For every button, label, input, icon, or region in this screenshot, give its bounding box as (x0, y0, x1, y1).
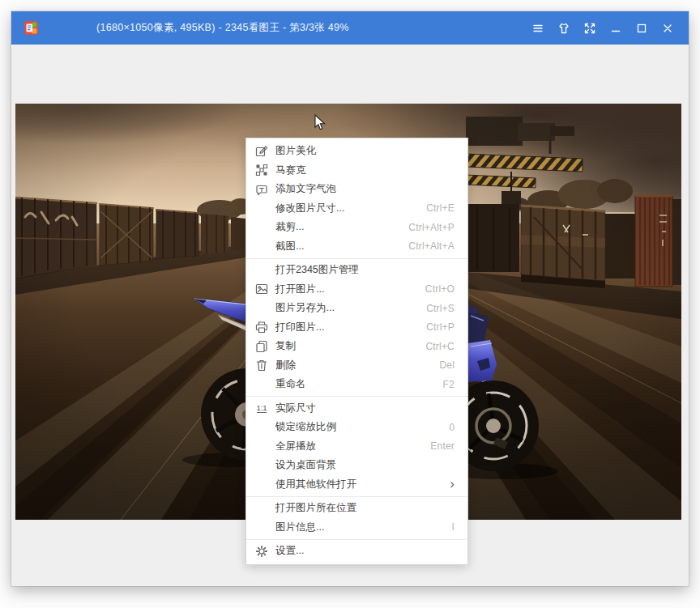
menu-item[interactable]: 图片另存为...Ctrl+S (246, 299, 467, 318)
menu-item-shortcut: Ctrl+Alt+A (408, 240, 455, 252)
menu-item-shortcut: F2 (443, 379, 455, 390)
menu-item-label: 打开图片... (275, 283, 324, 296)
menu-item-shortcut: I (451, 521, 455, 533)
menu-item-label: 设为桌面背景 (275, 458, 336, 472)
menu-item-label: 图片另存为... (275, 301, 335, 315)
menu-item[interactable]: 重命名F2 (246, 375, 467, 394)
skin-icon (557, 22, 570, 35)
menu-item[interactable]: 设置... (246, 542, 467, 561)
close-button[interactable] (655, 16, 681, 40)
context-menu: 图片美化马赛克添加文字气泡修改图片尺寸...Ctrl+E裁剪...Ctrl+Al… (245, 138, 468, 565)
menu-item[interactable]: 添加文字气泡 (246, 180, 467, 199)
menu-item-label: 全屏播放 (275, 440, 316, 453)
open-image-icon (254, 282, 269, 296)
menu-item-label: 使用其他软件打开 (275, 478, 356, 491)
menu-item[interactable]: 图片信息...I (246, 518, 467, 538)
beautify-icon (254, 144, 269, 159)
actual-size-icon: 1:1 (254, 401, 269, 415)
fullscreen-icon (583, 22, 596, 35)
text-bubble-icon (254, 182, 269, 197)
no-icon (254, 239, 269, 253)
skin-button[interactable] (551, 16, 577, 40)
no-icon (254, 377, 269, 392)
titlebar[interactable]: (1680×1050像素, 495KB) - 2345看图王 - 第3/3张 4… (11, 11, 689, 45)
menu-item[interactable]: 1:1实际尺寸 (246, 399, 467, 419)
minimize-button[interactable] (603, 16, 629, 40)
menu-item-label: 截图... (275, 240, 304, 253)
menu-item[interactable]: 马赛克 (246, 161, 467, 181)
menu-item[interactable]: 图片美化 (246, 142, 467, 161)
desktop: { "app": { "name": "2345看图王" }, "titleba… (0, 0, 700, 608)
menu-item-label: 实际尺寸 (275, 402, 316, 415)
no-icon (254, 220, 269, 235)
no-icon (254, 420, 269, 435)
menu-item[interactable]: 设为桌面背景 (246, 456, 467, 475)
mosaic-icon (254, 163, 269, 177)
menu-item-label: 修改图片尺寸... (275, 202, 344, 215)
menu-separator (246, 496, 467, 497)
menu-separator (246, 396, 467, 397)
menu-item-label: 添加文字气泡 (275, 182, 336, 196)
no-icon (254, 477, 269, 491)
menu-item-shortcut: 0 (449, 422, 455, 433)
no-icon (254, 520, 269, 534)
menu-item[interactable]: 复制Ctrl+C (246, 337, 467, 356)
submenu-arrow-icon: › (450, 477, 455, 491)
menu-item-shortcut: Ctrl+O (425, 283, 455, 295)
app-menu-button[interactable] (525, 16, 551, 40)
menu-item-label: 裁剪... (275, 220, 304, 234)
menu-item-shortcut: Ctrl+S (426, 303, 455, 314)
menu-item[interactable]: 删除Del (246, 356, 467, 376)
menu-item-shortcut: Enter (430, 440, 455, 452)
menu-item[interactable]: 打开2345图片管理 (246, 261, 467, 280)
menu-item[interactable]: 修改图片尺寸...Ctrl+E (246, 199, 467, 219)
menu-item-label: 锁定缩放比例 (275, 420, 336, 434)
menu-item[interactable]: 裁剪...Ctrl+Alt+P (246, 218, 467, 237)
menu-separator (246, 539, 467, 540)
menu-item-label: 打开图片所在位置 (275, 501, 356, 515)
no-icon (254, 439, 269, 453)
close-icon (661, 22, 674, 35)
menu-item[interactable]: 全屏播放Enter (246, 437, 467, 457)
menu-item-label: 打开2345图片管理 (275, 263, 359, 277)
menu-item[interactable]: 锁定缩放比例0 (246, 418, 467, 437)
copy-icon (254, 339, 269, 354)
fullscreen-button[interactable] (577, 16, 603, 40)
menu-item-label: 图片信息... (275, 521, 324, 534)
menu-item-label: 复制 (275, 339, 296, 353)
menu-item-label: 打印图片... (275, 321, 324, 334)
menu-item-label: 删除 (275, 359, 296, 372)
menu-item-label: 马赛克 (275, 164, 306, 177)
titlebar-controls (525, 16, 681, 40)
no-icon (254, 263, 269, 278)
svg-text:1:1: 1:1 (256, 403, 267, 412)
window-title: (1680×1050像素, 495KB) - 2345看图王 - 第3/3张 4… (96, 21, 349, 35)
menu-icon (531, 22, 544, 35)
menu-item-shortcut: Ctrl+Alt+P (408, 222, 455, 233)
menu-item[interactable]: 打印图片...Ctrl+P (246, 318, 467, 338)
menu-item-label: 设置... (275, 544, 304, 558)
maximize-icon (635, 22, 648, 35)
app-icon (24, 21, 38, 35)
menu-item[interactable]: 打开图片所在位置 (246, 499, 467, 518)
print-icon (254, 320, 269, 334)
no-icon (254, 301, 269, 316)
menu-item[interactable]: 使用其他软件打开› (246, 475, 467, 495)
minimize-icon (609, 22, 622, 35)
menu-item-label: 重命名 (275, 377, 306, 391)
maximize-button[interactable] (629, 16, 655, 40)
no-icon (254, 201, 269, 215)
menu-item-shortcut: Del (439, 359, 455, 371)
menu-separator (246, 258, 467, 259)
menu-item[interactable]: 打开图片...Ctrl+O (246, 280, 467, 300)
no-icon (254, 458, 269, 473)
menu-item-shortcut: Ctrl+C (425, 341, 455, 352)
menu-item[interactable]: 截图...Ctrl+Alt+A (246, 237, 467, 257)
menu-item-shortcut: Ctrl+P (426, 321, 455, 333)
menu-item-shortcut: Ctrl+E (426, 202, 455, 214)
delete-icon (254, 358, 269, 372)
settings-icon (254, 544, 269, 559)
no-icon (254, 501, 269, 516)
menu-item-label: 图片美化 (275, 144, 316, 158)
